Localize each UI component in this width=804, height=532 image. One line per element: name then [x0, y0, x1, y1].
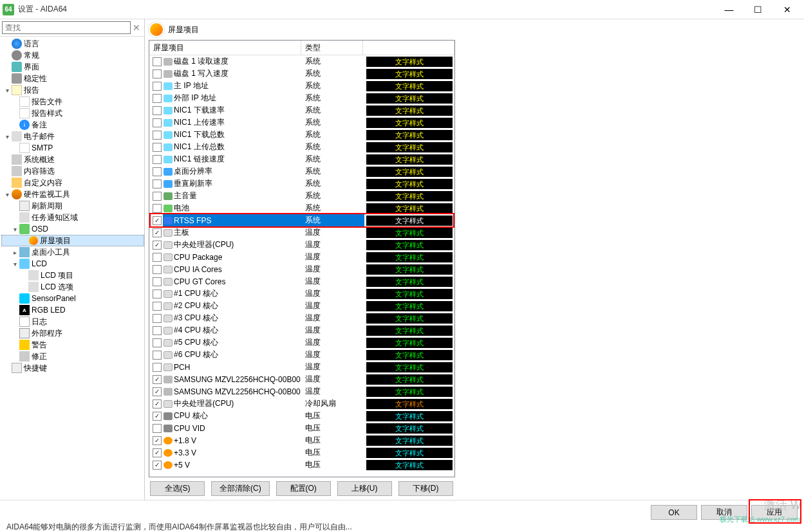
text-style-button[interactable]: 文字样式: [366, 57, 453, 67]
row-checkbox[interactable]: [153, 131, 162, 140]
cell-style[interactable]: 文字样式: [364, 215, 454, 226]
text-style-button[interactable]: 文字样式: [366, 399, 453, 409]
move-up-button[interactable]: 上移(U): [337, 481, 392, 496]
tree-toggle-icon[interactable]: ▾: [3, 87, 12, 94]
row-checkbox[interactable]: [153, 265, 162, 274]
text-style-button[interactable]: 文字样式: [366, 252, 453, 262]
tree-item-23[interactable]: ARGB LED: [1, 304, 144, 316]
row-checkbox[interactable]: [153, 192, 162, 201]
minimize-button[interactable]: —: [715, 0, 743, 19]
tree-item-8[interactable]: ▾电子邮件: [1, 131, 144, 142]
cell-style[interactable]: 文字样式: [364, 410, 454, 422]
text-style-button[interactable]: 文字样式: [366, 118, 453, 128]
cell-style[interactable]: 文字样式: [364, 252, 454, 263]
row-checkbox[interactable]: [153, 289, 162, 298]
text-style-button[interactable]: 文字样式: [366, 130, 453, 140]
text-style-button[interactable]: 文字样式: [366, 277, 453, 287]
cell-style[interactable]: 文字样式: [364, 264, 454, 275]
table-row[interactable]: NIC1 下载速率系统文字样式: [149, 104, 454, 116]
text-style-button[interactable]: 文字样式: [366, 338, 453, 348]
table-row[interactable]: #5 CPU 核心温度文字样式: [149, 336, 454, 349]
row-checkbox[interactable]: [153, 57, 162, 66]
table-row[interactable]: 磁盘 1 写入速度系统文字样式: [149, 68, 454, 80]
tree-item-11[interactable]: 内容筛选: [1, 165, 144, 177]
text-style-button[interactable]: 文字样式: [366, 142, 453, 152]
cell-style[interactable]: 文字样式: [364, 276, 454, 288]
cell-style[interactable]: 文字样式: [364, 203, 454, 214]
tree-item-28[interactable]: 快捷键: [1, 362, 144, 374]
osd-items-table[interactable]: 屏显项目 类型 磁盘 1 读取速度系统文字样式磁盘 1 写入速度系统文字样式主 …: [149, 40, 455, 477]
row-checkbox[interactable]: [153, 314, 162, 323]
table-row[interactable]: #1 CPU 核心温度文字样式: [149, 288, 454, 300]
table-row[interactable]: ✓中央处理器(CPU)冷却风扇文字样式: [149, 398, 454, 410]
cell-style[interactable]: 文字样式: [364, 93, 454, 104]
tree-item-4[interactable]: ▾报告: [1, 84, 144, 96]
tree-toggle-icon[interactable]: ▸: [10, 249, 19, 256]
row-checkbox[interactable]: ✓: [153, 387, 162, 396]
table-row[interactable]: NIC1 链接速度系统文字样式: [149, 153, 454, 165]
table-row[interactable]: PCH温度文字样式: [149, 361, 454, 373]
tree-item-25[interactable]: 外部程序: [1, 327, 144, 339]
row-checkbox[interactable]: [153, 204, 162, 213]
cell-style[interactable]: 文字样式: [364, 362, 454, 373]
text-style-button[interactable]: 文字样式: [366, 264, 453, 275]
move-down-button[interactable]: 下移(D): [398, 481, 453, 496]
cell-style[interactable]: 文字样式: [364, 190, 454, 202]
text-style-button[interactable]: 文字样式: [366, 216, 453, 226]
table-row[interactable]: ✓主板温度文字样式: [149, 226, 454, 239]
text-style-button[interactable]: 文字样式: [366, 289, 453, 299]
text-style-button[interactable]: 文字样式: [366, 179, 453, 189]
table-row[interactable]: 电池系统文字样式: [149, 202, 454, 214]
text-style-button[interactable]: 文字样式: [366, 191, 453, 201]
text-style-button[interactable]: 文字样式: [366, 301, 453, 311]
table-row[interactable]: ✓+5 V电压文字样式: [149, 459, 454, 471]
cell-style[interactable]: 文字样式: [364, 300, 454, 312]
text-style-button[interactable]: 文字样式: [366, 228, 453, 238]
tree-item-6[interactable]: 报告样式: [1, 107, 144, 119]
cell-style[interactable]: 文字样式: [364, 374, 454, 385]
tree-item-3[interactable]: 稳定性: [1, 73, 144, 84]
row-checkbox[interactable]: [153, 82, 162, 91]
table-row[interactable]: ✓+3.3 V电压文字样式: [149, 446, 454, 459]
row-checkbox[interactable]: [153, 155, 162, 164]
table-row[interactable]: CPU Package温度文字样式: [149, 251, 454, 263]
clear-search-icon[interactable]: ✕: [131, 23, 142, 33]
cell-style[interactable]: 文字样式: [364, 129, 454, 141]
tree-item-13[interactable]: ▾硬件监视工具: [1, 188, 144, 200]
table-row[interactable]: #4 CPU 核心温度文字样式: [149, 324, 454, 336]
tree-item-21[interactable]: LCD 选项: [1, 281, 144, 293]
text-style-button[interactable]: 文字样式: [366, 240, 453, 250]
tree-item-20[interactable]: LCD 项目: [1, 270, 144, 281]
maximize-button[interactable]: ☐: [743, 0, 772, 19]
table-row[interactable]: 主音量系统文字样式: [149, 190, 454, 202]
cell-style[interactable]: 文字样式: [364, 398, 454, 410]
text-style-button[interactable]: 文字样式: [366, 81, 453, 91]
cell-style[interactable]: 文字样式: [364, 56, 454, 68]
text-style-button[interactable]: 文字样式: [366, 105, 453, 116]
tree-item-2[interactable]: 界面: [1, 61, 144, 73]
cell-style[interactable]: 文字样式: [364, 313, 454, 324]
tree-item-17[interactable]: 屏显项目: [1, 235, 144, 246]
tree-toggle-icon[interactable]: ▾: [10, 226, 19, 233]
cell-style[interactable]: 文字样式: [364, 80, 454, 92]
row-checkbox[interactable]: ✓: [153, 412, 162, 421]
text-style-button[interactable]: 文字样式: [366, 326, 453, 336]
row-checkbox[interactable]: ✓: [153, 216, 162, 225]
text-style-button[interactable]: 文字样式: [366, 448, 453, 458]
cell-style[interactable]: 文字样式: [364, 68, 454, 80]
tree-item-14[interactable]: 刷新周期: [1, 200, 144, 212]
row-checkbox[interactable]: ✓: [153, 375, 162, 384]
tree-item-18[interactable]: ▸桌面小工具: [1, 246, 144, 258]
row-checkbox[interactable]: [153, 179, 162, 188]
table-row[interactable]: NIC1 上传速率系统文字样式: [149, 116, 454, 129]
cell-style[interactable]: 文字样式: [364, 227, 454, 239]
cell-style[interactable]: 文字样式: [364, 117, 454, 129]
col-type[interactable]: 类型: [301, 41, 363, 55]
text-style-button[interactable]: 文字样式: [366, 411, 453, 421]
cell-style[interactable]: 文字样式: [364, 386, 454, 398]
table-row[interactable]: ✓中央处理器(CPU)温度文字样式: [149, 239, 454, 251]
settings-tree[interactable]: 语言常规界面稳定性▾报告报告文件报告样式i备注▾电子邮件SMTP系统概述内容筛选…: [0, 37, 144, 500]
table-row[interactable]: 桌面分辨率系统文字样式: [149, 165, 454, 178]
row-checkbox[interactable]: [153, 94, 162, 103]
table-row[interactable]: #3 CPU 核心温度文字样式: [149, 312, 454, 324]
